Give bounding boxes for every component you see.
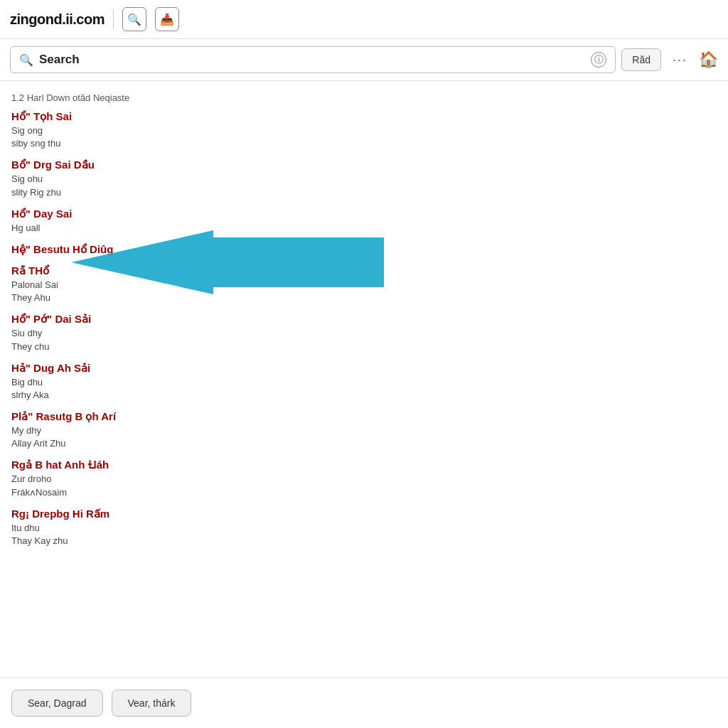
entry-sub2: slity Rig zhu xyxy=(11,186,717,199)
download-icon: 📥 xyxy=(160,13,174,26)
bottom-bar: Sear, Dagrad Vear, thárk xyxy=(0,678,728,728)
entry-sub2: They chu xyxy=(11,341,717,353)
list-item: Hổ" Day SaiHg uall xyxy=(11,208,717,235)
entry-sub1: Itu dhu xyxy=(11,522,717,535)
search-input[interactable] xyxy=(39,53,585,67)
sear-dagrad-button[interactable]: Sear, Dagrad xyxy=(11,690,103,717)
info-icon: ⓘ xyxy=(594,53,604,66)
list-item: Rgả B hat Anh ⱢláhZur drohoFrákʌNosaim xyxy=(11,459,717,498)
header: zingond.ii.com 🔍 📥 xyxy=(0,0,728,39)
list-item: Hệ" Besutu Hổ Diûg xyxy=(11,243,717,256)
vear-thark-button[interactable]: Vear, thárk xyxy=(112,690,192,717)
more-options-button[interactable]: ··· xyxy=(667,50,693,70)
entry-title[interactable]: Hổ" Pớ" Dai Sải xyxy=(11,313,717,326)
entry-sub1: Sig ohu xyxy=(11,173,717,186)
home-button[interactable]: 🏠 xyxy=(699,50,718,69)
entry-sub1: Zur droho xyxy=(11,473,717,486)
entry-sub1: Palonal Sai xyxy=(11,279,717,291)
search-bar: 🔍 ⓘ Răd ··· 🏠 xyxy=(0,39,728,81)
entry-title[interactable]: Hổ" Day Sai xyxy=(11,208,717,220)
search-icon-button[interactable]: 🔍 xyxy=(122,7,146,31)
entries-list: Hổ" Tọh SaiSig ongsiby sng thuBổ" Drg Sa… xyxy=(11,110,717,547)
list-item: Bổ" Drg Sai DầuSig ohuslity Rig zhu xyxy=(11,159,717,198)
section-header: 1.2 Harl Down otăd Neqiaste xyxy=(11,92,717,103)
list-item: Hổ" Pớ" Dai SảiSiu dhyThey chu xyxy=(11,313,717,353)
entry-sub2: siby sng thu xyxy=(11,137,717,150)
entry-sub2: FrákʌNosaim xyxy=(11,486,717,499)
list-item: Rả̃ THổPalonal SaiThey Ahu xyxy=(11,264,717,304)
content-area: 1.2 Harl Down otăd Neqiaste Hổ" Tọh SaiS… xyxy=(0,81,728,567)
entry-title[interactable]: Hả" Dug Ah Sải xyxy=(11,362,717,375)
list-item: Hả" Dug Ah SảiBig dhuslrhy Aka xyxy=(11,362,717,402)
entry-sub2: slrhy Aka xyxy=(11,389,717,402)
search-icon: 🔍 xyxy=(127,13,141,26)
entry-sub1: Big dhu xyxy=(11,376,717,389)
entry-title[interactable]: Bổ" Drg Sai Dầu xyxy=(11,159,717,171)
entry-sub1: Sig ong xyxy=(11,124,717,137)
entry-sub2: Hg uall xyxy=(11,222,717,235)
entry-title[interactable]: Hệ" Besutu Hổ Diûg xyxy=(11,243,717,256)
info-icon-button[interactable]: ⓘ xyxy=(591,52,606,68)
entry-title[interactable]: Rgả B hat Anh Ɫláh xyxy=(11,459,717,471)
entry-title[interactable]: Hổ" Tọh Sai xyxy=(11,110,717,123)
list-item: Rg¡ Drepbg Hi RấmItu dhuThay Kay zhu xyxy=(11,508,717,547)
list-item: Hổ" Tọh SaiSig ongsiby sng thu xyxy=(11,110,717,150)
entry-sub1: My dhy xyxy=(11,424,717,437)
entry-sub2: They Ahu xyxy=(11,291,717,304)
list-item: Plả" Rasutg B ọh AríMy dhyAllay Arit Zhu xyxy=(11,410,717,450)
search-magnifier-icon: 🔍 xyxy=(19,53,33,67)
brand-name: zingond.ii.com xyxy=(10,11,105,28)
rad-button[interactable]: Răd xyxy=(621,48,661,71)
header-divider xyxy=(113,9,114,29)
entry-sub2: Thay Kay zhu xyxy=(11,535,717,547)
entry-title[interactable]: Plả" Rasutg B ọh Arí xyxy=(11,410,717,423)
search-input-wrapper: 🔍 ⓘ xyxy=(10,46,616,73)
entry-title[interactable]: Rả̃ THổ xyxy=(11,264,717,277)
entry-sub1: Siu dhy xyxy=(11,327,717,340)
entry-sub2: Allay Arit Zhu xyxy=(11,437,717,450)
entry-title[interactable]: Rg¡ Drepbg Hi Rấm xyxy=(11,508,717,520)
download-icon-button[interactable]: 📥 xyxy=(155,7,179,31)
